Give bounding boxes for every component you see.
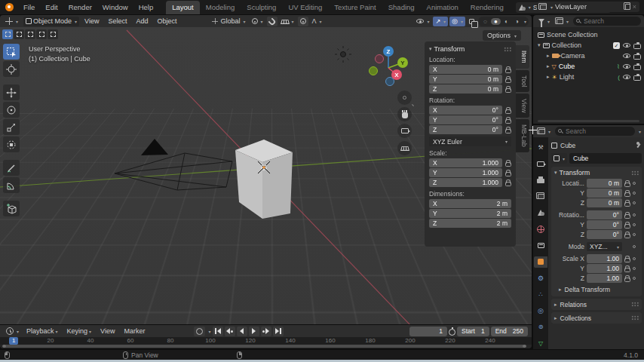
cursor-tool[interactable] xyxy=(3,61,20,77)
lock-icon[interactable] xyxy=(505,162,511,167)
editor-type-button[interactable]: ▾ xyxy=(3,17,20,26)
close-icon[interactable]: × xyxy=(633,3,636,11)
render-visibility-icon[interactable] xyxy=(633,54,641,60)
timeline-ruler[interactable]: 1 20 40 60 80 100 120 140 160 180 200 22… xyxy=(0,337,532,345)
menu-timeline-view[interactable]: View xyxy=(97,327,118,335)
frame-start-field[interactable]: Start1 xyxy=(457,327,489,336)
animate-dot-icon[interactable] xyxy=(633,267,636,270)
object-properties-tab[interactable] xyxy=(534,256,547,268)
panel-grip-icon[interactable] xyxy=(504,47,511,52)
eye-icon[interactable] xyxy=(623,64,630,69)
scale-y-field[interactable]: Y1.000 xyxy=(429,168,502,177)
workspace-tab-shading[interactable]: Shading xyxy=(382,1,421,14)
scale-z-field[interactable]: Z1.000 xyxy=(429,178,502,187)
proportional-editing-toggle[interactable] xyxy=(298,17,308,26)
snap-target-selector[interactable]: ▾ xyxy=(279,17,296,26)
shading-solid-button[interactable]: ● xyxy=(491,18,501,25)
physics-properties-tab[interactable]: ◎ xyxy=(534,305,547,317)
animate-dot-icon[interactable] xyxy=(633,277,636,280)
menu-playback[interactable]: Playback▾ xyxy=(23,327,62,335)
timeline-editor-type-button[interactable]: ▾ xyxy=(4,327,21,336)
gizmo-negative-y[interactable] xyxy=(370,67,378,75)
lock-icon[interactable] xyxy=(505,129,511,133)
lock-icon[interactable] xyxy=(505,182,511,186)
zoom-button[interactable] xyxy=(397,90,412,105)
play-reverse-button[interactable] xyxy=(237,327,247,336)
menu-keying[interactable]: Keying▾ xyxy=(63,327,96,335)
scale-z-field[interactable]: 1.00 xyxy=(587,274,622,283)
jump-to-end-button[interactable] xyxy=(273,327,284,336)
properties-search-input[interactable] xyxy=(555,127,635,136)
transform-panel-header[interactable]: ▾ Transform xyxy=(429,45,511,53)
rotation-z-field[interactable]: 0° xyxy=(587,230,622,239)
lock-icon[interactable] xyxy=(505,69,511,73)
rotation-y-field[interactable]: 0° xyxy=(587,220,622,229)
select-mode-set[interactable] xyxy=(2,29,13,39)
current-frame-field[interactable]: 1 xyxy=(409,327,447,336)
orthographic-toggle-button[interactable] xyxy=(397,141,412,155)
options-dropdown[interactable]: Options ▾ xyxy=(483,30,521,41)
object-name-field[interactable]: Cube xyxy=(569,153,642,164)
dimensions-x-field[interactable]: X2 m xyxy=(429,199,511,208)
scale-tool[interactable] xyxy=(3,119,20,135)
menu-edit[interactable]: Edit xyxy=(40,3,63,11)
gizmo-negative-x[interactable] xyxy=(376,55,384,63)
stopwatch-icon[interactable] xyxy=(449,329,455,336)
workspace-tab-animation[interactable]: Animation xyxy=(421,1,465,14)
world-properties-tab[interactable] xyxy=(534,223,547,235)
eye-icon[interactable] xyxy=(623,75,630,79)
object-data-properties-tab[interactable]: ▽ xyxy=(534,338,547,349)
dimensions-y-field[interactable]: Y2 m xyxy=(429,209,511,218)
rotation-x-field[interactable]: X0° xyxy=(429,106,502,115)
gizmo-negative-z[interactable] xyxy=(386,78,394,86)
menu-object[interactable]: Object xyxy=(153,17,180,25)
particle-properties-tab[interactable]: ∴ xyxy=(534,289,547,300)
rotation-y-field[interactable]: Y0° xyxy=(429,115,502,124)
animate-dot-icon[interactable] xyxy=(633,213,636,216)
animate-dot-icon[interactable] xyxy=(633,201,636,204)
panel-grip-icon[interactable] xyxy=(631,302,639,307)
eye-icon[interactable] xyxy=(623,43,630,48)
rotation-mode-dropdown[interactable]: XYZ Euler▾ xyxy=(429,137,511,146)
jump-to-start-button[interactable] xyxy=(213,327,223,336)
proportional-falloff-selector[interactable]: Λ▾ xyxy=(310,17,324,26)
chevron-down-icon[interactable]: ▾ xyxy=(639,129,641,134)
delta-transform-subpanel[interactable]: ▸Delta Transform xyxy=(559,286,639,293)
outliner-row-light[interactable]: ▸ ☀ Light ( xyxy=(533,72,644,82)
checkbox-icon[interactable]: ✓ xyxy=(613,42,620,49)
show-overlays-toggle[interactable]: ◎▾ xyxy=(449,17,465,26)
menu-file[interactable]: File xyxy=(18,3,40,11)
animate-dot-icon[interactable] xyxy=(633,182,636,185)
menu-window[interactable]: Window xyxy=(97,3,133,11)
lock-icon[interactable] xyxy=(505,109,511,114)
show-gizmo-toggle[interactable]: ↗▾ xyxy=(433,17,448,26)
pivot-point-selector[interactable]: ▾ xyxy=(250,17,265,26)
lock-icon[interactable] xyxy=(624,183,630,187)
sidebar-tab-view[interactable]: View xyxy=(516,94,529,118)
outliner-row-scene-collection[interactable]: Scene Collection xyxy=(533,29,644,40)
relations-panel[interactable]: ▸Relations xyxy=(551,299,642,310)
timeline-scrollbar[interactable] xyxy=(0,345,532,348)
view-layer-selector[interactable]: ▾ ViewLayer × xyxy=(537,2,639,12)
chevron-right-icon[interactable]: ▸ xyxy=(547,53,550,59)
object-type-button[interactable]: ▾ xyxy=(551,153,567,164)
panel-grip-icon[interactable] xyxy=(631,170,639,176)
shading-wireframe-button[interactable]: ◌ xyxy=(480,18,490,25)
eye-icon[interactable] xyxy=(623,54,630,58)
location-x-field[interactable]: 0 m xyxy=(587,179,622,188)
modifier-properties-tab[interactable]: ⚙ xyxy=(534,273,547,284)
shading-rendered-button[interactable]: ◑ xyxy=(512,18,522,25)
camera-view-button[interactable] xyxy=(397,124,412,138)
snap-toggle[interactable] xyxy=(267,17,278,26)
render-visibility-icon[interactable] xyxy=(633,44,641,49)
menu-help[interactable]: Help xyxy=(133,3,159,11)
transform-orientation-selector[interactable]: Global▾ xyxy=(209,17,247,26)
animate-dot-icon[interactable] xyxy=(633,257,636,260)
frame-end-field[interactable]: End250 xyxy=(491,327,528,336)
lock-icon[interactable] xyxy=(624,192,630,197)
copy-icon[interactable] xyxy=(625,4,630,10)
annotate-tool[interactable] xyxy=(3,160,20,176)
rotation-z-field[interactable]: Z0° xyxy=(429,125,502,134)
chevron-right-icon[interactable]: ▸ xyxy=(547,74,550,80)
select-box-tool[interactable] xyxy=(3,44,20,60)
